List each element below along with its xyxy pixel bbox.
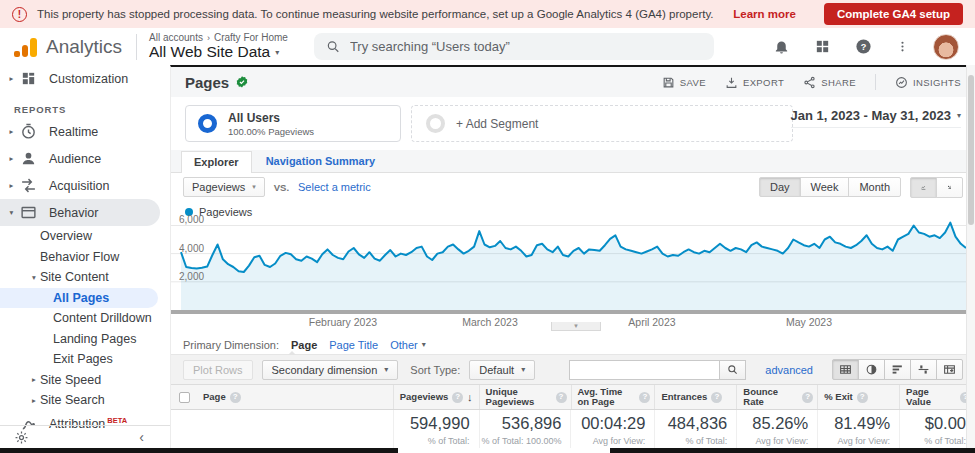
table-search-button[interactable] — [719, 360, 746, 380]
annotations-expander[interactable]: ▼ — [551, 322, 601, 331]
property-name[interactable]: All Web Site Data — [149, 43, 270, 61]
line-chart-view-button[interactable] — [910, 177, 937, 198]
help-tooltip-icon[interactable]: ? — [452, 392, 463, 403]
column-header-bounce-rate[interactable]: Bounce Rate? — [736, 385, 817, 409]
sidebar-item-overview[interactable]: Overview — [0, 226, 170, 247]
sidebar-item-realtime[interactable]: ▸Realtime — [0, 118, 170, 145]
date-range-picker[interactable]: Jan 1, 2023 - May 31, 2023 ▾ — [791, 108, 961, 128]
share-button[interactable]: SHARE — [803, 76, 856, 89]
sidebar-collapse-icon[interactable]: ‹ — [139, 429, 144, 445]
column-header-avg-time-on-page[interactable]: Avg. Time on Page? — [571, 385, 655, 409]
global-search[interactable] — [314, 33, 714, 60]
breadcrumb-all-accounts[interactable]: All accounts — [149, 32, 203, 43]
sidebar-item-all-pages[interactable]: All Pages — [0, 288, 158, 309]
insights-icon — [895, 76, 908, 89]
analytics-logo-icon[interactable] — [14, 37, 37, 57]
selected-dimension-caret — [288, 351, 296, 355]
admin-gear-icon[interactable] — [14, 430, 29, 445]
select-all-checkbox[interactable] — [179, 392, 190, 403]
segment-detail: 100.00% Pageviews — [228, 126, 314, 137]
tab-navigation-summary[interactable]: Navigation Summary — [254, 151, 387, 172]
comparison-view-button[interactable] — [910, 359, 937, 380]
search-input[interactable] — [350, 39, 702, 54]
action-label: EXPORT — [743, 77, 784, 88]
column-header-unique-pageviews[interactable]: Unique Pageviews? — [479, 385, 571, 409]
main-content: Pages SAVEEXPORTSHAREINSIGHTS All Users … — [170, 65, 975, 448]
header-divider — [136, 34, 137, 60]
sidebar-item-content-drilldown[interactable]: Content Drilldown — [0, 308, 170, 329]
sidebar-item-site-speed[interactable]: ▸Site Speed — [0, 370, 170, 391]
dimension-page-title[interactable]: Page Title — [329, 339, 378, 351]
help-tooltip-icon[interactable]: ? — [857, 392, 868, 403]
tab-explorer[interactable]: Explorer — [181, 151, 252, 173]
sort-type-dropdown[interactable]: Default ▾ — [469, 360, 535, 380]
help-tooltip-icon[interactable]: ? — [556, 392, 567, 403]
add-segment-button[interactable]: + Add Segment — [411, 105, 793, 142]
learn-more-link[interactable]: Learn more — [733, 8, 796, 20]
chevron-right-icon[interactable]: ▸ — [6, 127, 17, 136]
secondary-dimension-dropdown[interactable]: Secondary dimension ▾ — [262, 360, 399, 380]
date-range-text: Jan 1, 2023 - May 31, 2023 — [791, 108, 951, 123]
column-header-pageviews[interactable]: Pageviews?↓ — [393, 385, 479, 409]
help-tooltip-icon[interactable]: ? — [711, 392, 722, 403]
column-header-page-value[interactable]: Page Value? — [899, 385, 975, 409]
sidebar-item-customization[interactable]: ▸Customization — [0, 65, 170, 92]
total-subtext: Avg for View: — [737, 436, 808, 447]
motion-chart-view-button[interactable] — [936, 177, 963, 198]
metric-controls: Pageviews ▾ VS. Select a metric DayWeekM… — [171, 173, 975, 201]
performance-view-button[interactable] — [884, 359, 911, 380]
column-header-entrances[interactable]: Entrances? — [654, 385, 736, 409]
percentage-view-button[interactable] — [858, 359, 885, 380]
chevron-right-icon[interactable]: ▸ — [6, 74, 17, 83]
dimension-label: Page Title — [329, 339, 378, 351]
save-button[interactable]: SAVE — [662, 76, 706, 89]
acquisition-icon — [20, 177, 37, 194]
more-vert-icon[interactable] — [896, 38, 909, 55]
help-icon[interactable]: ? — [855, 38, 872, 55]
chevron-right-icon[interactable]: ▸ — [28, 375, 40, 384]
table-search-input[interactable] — [569, 360, 719, 380]
sidebar-item-behavior-flow[interactable]: Behavior Flow — [0, 247, 170, 268]
explorer-tabs: ExplorerNavigation Summary — [171, 150, 975, 173]
sidebar-item-site-search[interactable]: ▸Site Search — [0, 390, 170, 411]
sidebar-item-exit-pages[interactable]: Exit Pages — [0, 349, 170, 370]
sidebar-item-site-content[interactable]: ▾Site Content — [0, 267, 170, 288]
dimension-other[interactable]: Other▾ — [390, 339, 426, 351]
sidebar-item-behavior[interactable]: ▾Behavior — [0, 199, 160, 226]
export-button[interactable]: EXPORT — [725, 76, 784, 89]
advanced-search-link[interactable]: advanced — [765, 364, 813, 376]
notifications-bell-icon[interactable] — [773, 38, 790, 55]
help-tooltip-icon[interactable]: ? — [802, 392, 813, 403]
complete-ga4-setup-button[interactable]: Complete GA4 setup — [824, 3, 963, 25]
svg-text:?: ? — [861, 42, 867, 52]
chevron-right-icon[interactable]: ▸ — [28, 396, 40, 405]
chevron-down-icon[interactable]: ▾ — [28, 273, 40, 282]
column-header-page[interactable]: Page? — [197, 385, 393, 409]
pivot-view-button[interactable] — [936, 359, 963, 380]
column-header-exit[interactable]: % Exit? — [817, 385, 899, 409]
chevron-right-icon[interactable]: ▸ — [6, 181, 17, 190]
sidebar-item-audience[interactable]: ▸Audience — [0, 145, 170, 172]
breadcrumb-account[interactable]: Crafty For Home — [214, 32, 288, 43]
sidebar-item-landing-pages[interactable]: Landing Pages — [0, 329, 170, 350]
account-switcher[interactable]: All accounts › Crafty For Home All Web S… — [149, 32, 288, 61]
chevron-right-icon[interactable]: ▸ — [6, 154, 17, 163]
insights-button[interactable]: INSIGHTS — [895, 76, 961, 89]
metric-select-dropdown[interactable]: Pageviews ▾ — [183, 177, 265, 197]
help-tooltip-icon[interactable]: ? — [639, 392, 650, 403]
table-view-button[interactable] — [832, 359, 859, 380]
help-tooltip-icon[interactable]: ? — [230, 392, 241, 403]
user-avatar[interactable] — [933, 34, 959, 60]
select-metric-link[interactable]: Select a metric — [298, 181, 371, 193]
granularity-month-button[interactable]: Month — [848, 177, 901, 197]
apps-grid-icon[interactable] — [814, 38, 831, 55]
sidebar-item-acquisition[interactable]: ▸Acquisition — [0, 172, 170, 199]
chevron-down-icon[interactable]: ▾ — [6, 208, 17, 217]
totals-pageviews: 594,990% of Total: 100.00%(594,990) — [393, 410, 479, 453]
granularity-day-button[interactable]: Day — [759, 177, 801, 197]
plot-rows-button[interactable]: Plot Rows — [183, 360, 253, 380]
scrollbar-thumb[interactable] — [968, 75, 974, 225]
segment-all-users[interactable]: All Users 100.00% Pageviews — [185, 105, 401, 142]
dimension-page[interactable]: Page — [291, 339, 317, 351]
granularity-week-button[interactable]: Week — [800, 177, 850, 197]
